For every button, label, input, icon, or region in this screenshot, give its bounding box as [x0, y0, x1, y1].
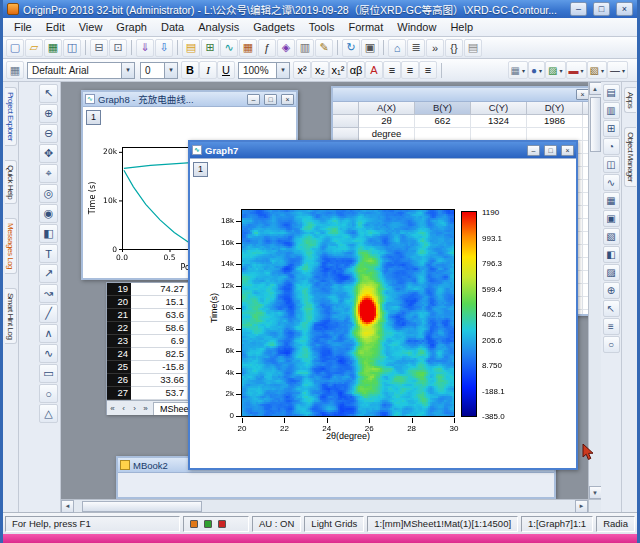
- menu-file[interactable]: File: [7, 20, 39, 34]
- add-right-y-axis-icon[interactable]: ▣: [603, 210, 620, 227]
- symbol-dropdown[interactable]: ●▾: [528, 61, 545, 79]
- menu-gadgets[interactable]: Gadgets: [246, 20, 302, 34]
- arrow-tool-icon[interactable]: ↗: [39, 264, 58, 283]
- maximize-icon[interactable]: □: [544, 145, 557, 156]
- scroll-left-icon[interactable]: ◄: [61, 500, 74, 513]
- mdi-horizontal-scrollbar[interactable]: ◄ ►: [61, 499, 588, 512]
- vertical-scroll-thumb[interactable]: [590, 97, 601, 152]
- text-tool-icon[interactable]: T: [39, 244, 58, 263]
- row-header[interactable]: 25: [107, 361, 131, 374]
- row-header[interactable]: 22: [107, 322, 131, 335]
- print-preview-icon[interactable]: ⊡: [109, 39, 127, 57]
- menu-data[interactable]: Data: [154, 20, 191, 34]
- print-icon[interactable]: ⊟: [90, 39, 108, 57]
- screen-reader-tool-icon[interactable]: ⌖: [39, 164, 58, 183]
- worksheet-cell[interactable]: 662: [415, 115, 471, 128]
- pan-tool-icon[interactable]: ✥: [39, 144, 58, 163]
- graph-zoom-icon[interactable]: ⊕: [603, 282, 620, 299]
- row-header[interactable]: 21: [107, 309, 131, 322]
- subscript-button[interactable]: x₂: [311, 61, 329, 79]
- table-cell[interactable]: 58.6: [131, 322, 188, 335]
- table-cell[interactable]: 63.6: [131, 309, 188, 322]
- table-cell[interactable]: 53.7: [131, 387, 188, 400]
- open-excel-icon[interactable]: ▦: [44, 39, 62, 57]
- scroll-right-icon[interactable]: ►: [575, 500, 588, 513]
- sidebar-tab-quick-help[interactable]: Quick Help: [5, 160, 17, 204]
- sidebar-tab-smart-hint-log[interactable]: Smart Hint Log: [5, 288, 17, 344]
- align-left-button[interactable]: ≡: [383, 61, 401, 79]
- zoom-in-tool-icon[interactable]: ⊕: [39, 104, 58, 123]
- row-header[interactable]: 24: [107, 348, 131, 361]
- row-header[interactable]: 19: [107, 283, 131, 296]
- chevron-down-icon[interactable]: ▾: [622, 67, 625, 74]
- horizontal-scroll-thumb[interactable]: [82, 501, 202, 512]
- scroll-up-icon[interactable]: ▲: [589, 82, 602, 95]
- new-folder-icon[interactable]: ▤: [182, 39, 200, 57]
- row-header[interactable]: 26: [107, 374, 131, 387]
- pointer-tool-icon[interactable]: ↖: [39, 84, 58, 103]
- chevron-down-icon[interactable]: ▾: [522, 67, 525, 74]
- curved-arrow-tool-icon[interactable]: ↝: [39, 284, 58, 303]
- maximize-button[interactable]: □: [593, 2, 610, 16]
- add-color-scale-icon[interactable]: ▥: [603, 102, 620, 119]
- graph8-layer-button[interactable]: 1: [86, 110, 101, 125]
- prev-sheet-icon[interactable]: ‹: [118, 404, 129, 413]
- add-xy-scale-icon[interactable]: ⊞: [603, 120, 620, 137]
- graph8-titlebar[interactable]: ∿ Graph8 - 充放电曲线... – □ ×: [83, 92, 296, 107]
- save-icon[interactable]: ◫: [63, 39, 81, 57]
- polygon-tool-icon[interactable]: △: [39, 404, 58, 423]
- sidebar-tab-messages-log[interactable]: Messages Log: [5, 218, 17, 274]
- minimize-icon[interactable]: –: [247, 94, 260, 105]
- line-color-dropdown[interactable]: ▬▾: [566, 61, 587, 79]
- close-icon[interactable]: ×: [561, 145, 574, 156]
- mask-tool-icon[interactable]: ◧: [39, 224, 58, 243]
- chevron-down-icon[interactable]: ▾: [121, 63, 134, 78]
- worksheet-cell[interactable]: 2θ: [359, 115, 415, 128]
- merge-graph-icon[interactable]: ▨: [603, 264, 620, 281]
- sidebar-tab-project-explorer[interactable]: Project Explorer: [5, 87, 17, 146]
- new-legend-icon[interactable]: ▤: [603, 84, 620, 101]
- project-explorer-icon[interactable]: ⌂: [388, 39, 406, 57]
- sidebar-tab-apps[interactable]: Apps: [624, 87, 636, 113]
- add-top-x-axis-icon[interactable]: ▦: [603, 192, 620, 209]
- worksheet-titlebar[interactable]: ×: [333, 88, 588, 102]
- menu-window[interactable]: Window: [390, 20, 443, 34]
- row-header[interactable]: 23: [107, 335, 131, 348]
- chevron-down-icon[interactable]: ▾: [539, 67, 542, 74]
- scroll-down-icon[interactable]: ▼: [589, 486, 602, 499]
- log-scale-icon[interactable]: ∿: [603, 174, 620, 191]
- row-header[interactable]: 27: [107, 387, 131, 400]
- last-sheet-icon[interactable]: »: [140, 404, 151, 413]
- duplicate-graph-icon[interactable]: ○: [603, 336, 620, 353]
- menu-help[interactable]: Help: [443, 20, 480, 34]
- next-sheet-icon[interactable]: ›: [129, 404, 140, 413]
- minimize-button[interactable]: –: [570, 2, 587, 16]
- bold-button[interactable]: B: [181, 61, 199, 79]
- greek-button[interactable]: αβ: [347, 61, 365, 79]
- edit-mode-icon[interactable]: ▦: [6, 61, 24, 79]
- color-scale[interactable]: [461, 211, 477, 417]
- maximize-icon[interactable]: □: [264, 94, 277, 105]
- new-3d-icon[interactable]: ◈: [277, 39, 295, 57]
- row-header[interactable]: [333, 115, 359, 128]
- graph7-layer-button[interactable]: 1: [193, 162, 208, 177]
- italic-button[interactable]: I: [199, 61, 217, 79]
- data-reader-tool-icon[interactable]: ◎: [39, 184, 58, 203]
- chevron-down-icon[interactable]: ▾: [164, 63, 177, 78]
- polyline-tool-icon[interactable]: ∧: [39, 324, 58, 343]
- mask-range-icon[interactable]: ≡: [603, 318, 620, 335]
- refresh-icon[interactable]: ↻: [342, 39, 360, 57]
- chevron-down-icon[interactable]: ▾: [276, 63, 289, 78]
- line-tool-icon[interactable]: ╱: [39, 304, 58, 323]
- data-selector-tool-icon[interactable]: ◉: [39, 204, 58, 223]
- open-icon[interactable]: ▱: [25, 39, 43, 57]
- import-ascii-icon[interactable]: ⇩: [155, 39, 173, 57]
- layer-arrange-icon[interactable]: ▧: [603, 228, 620, 245]
- worksheet-cell[interactable]: 1324: [471, 115, 527, 128]
- first-sheet-icon[interactable]: «: [107, 404, 118, 413]
- menu-analysis[interactable]: Analysis: [191, 20, 246, 34]
- date-time-stamp-icon[interactable]: ◔: [603, 138, 620, 155]
- results-log-icon[interactable]: ≣: [407, 39, 425, 57]
- menu-graph[interactable]: Graph: [109, 20, 154, 34]
- table-cell[interactable]: 15.1: [131, 296, 188, 309]
